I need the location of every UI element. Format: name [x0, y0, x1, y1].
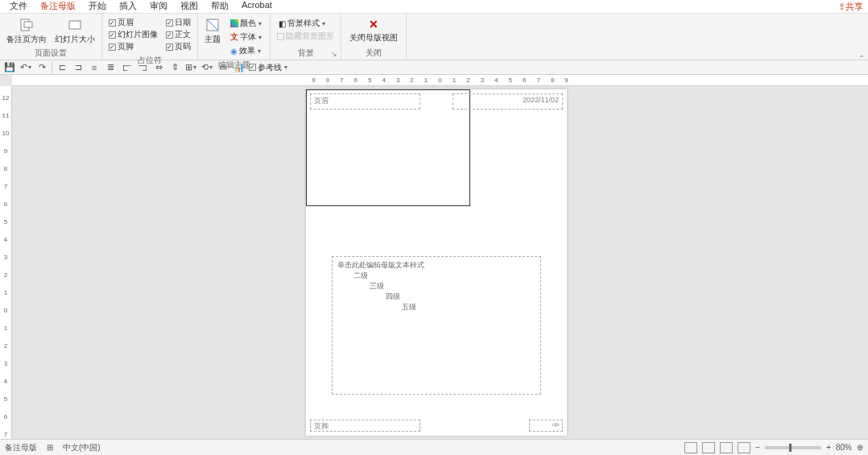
share-button[interactable]: ⇪共享	[838, 1, 863, 13]
themes-label: 主题	[205, 35, 221, 43]
tab-file[interactable]: 文件	[3, 0, 34, 15]
share-icon: ⇪	[838, 2, 845, 12]
zoom-slider[interactable]	[765, 446, 821, 449]
accessibility-icon[interactable]: ⊞	[47, 443, 53, 452]
close-master-button[interactable]: ✕ 关闭母版视图	[345, 15, 403, 43]
orientation-icon	[19, 17, 35, 33]
group-page-setup-label: 页面设置	[3, 47, 98, 60]
status-lang[interactable]: 中文(中国)	[63, 442, 101, 453]
tab-acrobat[interactable]: Acrobat	[235, 0, 279, 15]
fonts-icon: 文	[230, 31, 238, 43]
page-orientation-button[interactable]: 备注页方向	[3, 15, 50, 45]
chk-footer[interactable]: ✓页脚	[109, 41, 158, 52]
tab-view[interactable]: 视图	[174, 0, 205, 15]
chk-header-label: 页眉	[118, 17, 134, 28]
text-level-1: 单击此处编辑母版文本样式	[337, 260, 535, 271]
text-level-4: 四级	[337, 292, 535, 302]
qat-align-3[interactable]: ≡	[88, 61, 101, 74]
theme-effects-button[interactable]: ◉效果▾	[229, 44, 263, 57]
qat-redo[interactable]: ↷	[35, 61, 48, 74]
svg-rect-1	[24, 22, 32, 27]
group-close-label: 关闭	[345, 47, 403, 60]
slide-size-icon	[67, 17, 83, 33]
zoom-level[interactable]: 80%	[836, 443, 852, 452]
theme-colors-button[interactable]: 颜色▾	[229, 17, 263, 30]
themes-icon	[205, 17, 221, 33]
qat-save[interactable]: 💾	[3, 61, 16, 74]
chk-date-label: 日期	[175, 17, 191, 28]
notes-page[interactable]: 页眉 2022/11/02 单击此处编辑母版文本样式 二级 三级 四级 五级 页…	[306, 89, 567, 436]
chk-body-label: 正文	[175, 29, 191, 40]
effects-label: 效果	[239, 45, 255, 56]
bg-styles-icon: ◧	[279, 19, 286, 28]
hide-bg-label: 隐藏背景图形	[286, 31, 334, 42]
tab-help[interactable]: 帮助	[205, 0, 235, 15]
bg-styles-label: 背景样式	[287, 18, 320, 29]
zoom-thumb[interactable]	[789, 444, 792, 452]
ph-date[interactable]: 2022/11/02	[453, 93, 563, 110]
ph-footer[interactable]: 页脚	[310, 420, 420, 432]
tab-home[interactable]: 开始	[82, 0, 113, 15]
qat-align-1[interactable]: ⊏	[56, 61, 68, 74]
slide-size-button[interactable]: 幻灯片大小	[52, 15, 98, 45]
text-level-3: 三级	[337, 281, 535, 292]
theme-fonts-button[interactable]: 文字体▾	[229, 31, 263, 43]
chk-slide-image-label: 幻灯片图像	[118, 29, 158, 40]
group-theme-label: 编辑主题	[201, 59, 267, 72]
fonts-label: 字体	[240, 31, 256, 43]
group-placeholders-label: 占位符	[105, 54, 194, 67]
view-sorter[interactable]	[702, 442, 715, 453]
qat-undo[interactable]: ↶▾	[19, 61, 32, 74]
tab-review[interactable]: 审阅	[143, 0, 174, 15]
ph-pagenum[interactable]: ‹#›	[529, 420, 563, 432]
themes-button[interactable]: 主题	[201, 15, 224, 45]
close-icon: ✕	[366, 17, 381, 31]
qat-sep	[52, 62, 52, 73]
text-level-2: 二级	[337, 271, 535, 281]
tab-notes-master[interactable]: 备注母版	[34, 0, 82, 15]
share-label: 共享	[845, 1, 863, 13]
bg-styles-button[interactable]: ◧背景样式▾	[277, 17, 334, 30]
view-slideshow[interactable]	[738, 442, 750, 453]
colors-icon	[230, 19, 238, 27]
chk-footer-label: 页脚	[118, 41, 134, 52]
view-reading[interactable]	[720, 442, 733, 453]
colors-label: 颜色	[240, 18, 256, 29]
status-master: 备注母版	[5, 442, 37, 453]
collapse-ribbon-button[interactable]: ⌃	[858, 54, 865, 63]
ph-body-text[interactable]: 单击此处编辑母版文本样式 二级 三级 四级 五级	[332, 256, 541, 395]
qat-align-2[interactable]: ⊐	[72, 61, 85, 74]
background-launcher[interactable]: ↘	[331, 50, 339, 58]
chk-slide-image[interactable]: ✓幻灯片图像	[109, 29, 158, 40]
chk-pagenum[interactable]: ✓页码	[166, 41, 191, 52]
vertical-ruler: 1211109876543210123456789101112	[0, 86, 12, 439]
text-level-5: 五级	[337, 302, 535, 312]
orientation-label: 备注页方向	[6, 35, 47, 43]
chk-hide-bg: 隐藏背景图形	[277, 31, 334, 42]
zoom-in[interactable]: +	[826, 443, 831, 452]
ph-header[interactable]: 页眉	[310, 93, 420, 110]
chk-pagenum-label: 页码	[175, 41, 191, 52]
slide-size-label: 幻灯片大小	[55, 35, 95, 43]
view-normal[interactable]	[684, 442, 697, 453]
chk-date[interactable]: ✓日期	[166, 17, 191, 28]
fit-window[interactable]: ⊕	[857, 443, 863, 452]
tab-insert[interactable]: 插入	[113, 0, 143, 15]
chk-header[interactable]: ✓页眉	[109, 17, 158, 28]
group-background-label: 背景	[274, 47, 337, 60]
zoom-out[interactable]: −	[755, 443, 760, 452]
close-master-label: 关闭母版视图	[349, 33, 398, 42]
horizontal-ruler: 9876543210123456789	[12, 75, 868, 86]
chk-body[interactable]: ✓正文	[166, 29, 191, 40]
svg-rect-2	[69, 21, 81, 29]
effects-icon: ◉	[230, 47, 238, 56]
